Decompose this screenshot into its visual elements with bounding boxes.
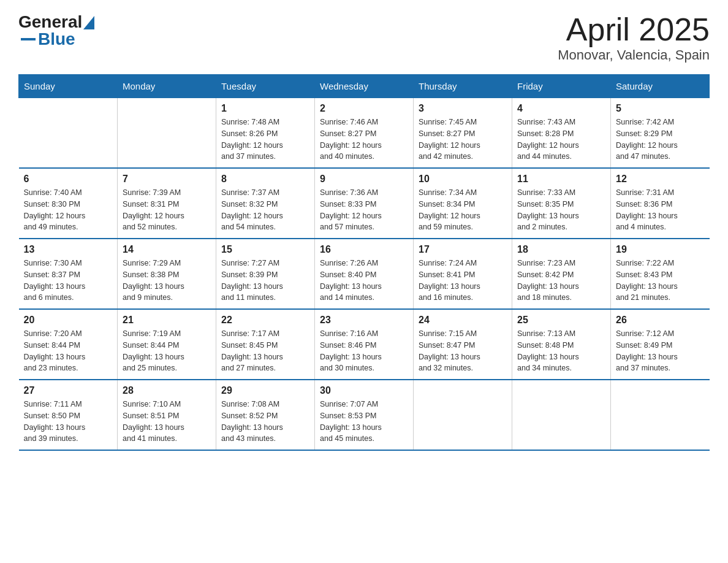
- day-number: 14: [123, 244, 211, 255]
- calendar-cell: [118, 98, 216, 169]
- day-number: 2: [320, 103, 408, 114]
- day-number: 24: [419, 315, 507, 326]
- day-number: 30: [320, 385, 408, 396]
- title-block: April 2025 Monovar, Valencia, Spain: [558, 12, 710, 63]
- calendar-cell: 20Sunrise: 7:20 AM Sunset: 8:44 PM Dayli…: [19, 309, 118, 380]
- day-info: Sunrise: 7:11 AM Sunset: 8:50 PM Dayligh…: [24, 399, 113, 445]
- logo: General Blue: [18, 12, 94, 49]
- day-info: Sunrise: 7:12 AM Sunset: 8:49 PM Dayligh…: [616, 328, 705, 374]
- day-info: Sunrise: 7:26 AM Sunset: 8:40 PM Dayligh…: [320, 258, 408, 304]
- calendar-cell: 29Sunrise: 7:08 AM Sunset: 8:52 PM Dayli…: [216, 380, 315, 450]
- day-number: 19: [616, 244, 705, 255]
- day-info: Sunrise: 7:45 AM Sunset: 8:27 PM Dayligh…: [419, 117, 507, 163]
- calendar-cell: 3Sunrise: 7:45 AM Sunset: 8:27 PM Daylig…: [414, 98, 512, 169]
- day-info: Sunrise: 7:43 AM Sunset: 8:28 PM Dayligh…: [517, 117, 605, 163]
- day-info: Sunrise: 7:37 AM Sunset: 8:32 PM Dayligh…: [221, 187, 309, 233]
- day-info: Sunrise: 7:07 AM Sunset: 8:53 PM Dayligh…: [320, 399, 408, 445]
- day-number: 17: [419, 244, 507, 255]
- page-header: General Blue April 2025 Monovar, Valenci…: [18, 12, 710, 63]
- calendar-cell: 6Sunrise: 7:40 AM Sunset: 8:30 PM Daylig…: [19, 168, 118, 239]
- day-number: 27: [24, 385, 113, 396]
- day-number: 9: [320, 174, 408, 185]
- calendar-cell: 4Sunrise: 7:43 AM Sunset: 8:28 PM Daylig…: [512, 98, 611, 169]
- day-info: Sunrise: 7:36 AM Sunset: 8:33 PM Dayligh…: [320, 187, 408, 233]
- day-info: Sunrise: 7:23 AM Sunset: 8:42 PM Dayligh…: [517, 258, 605, 304]
- svg-rect-1: [21, 38, 36, 40]
- day-number: 15: [221, 244, 309, 255]
- svg-marker-0: [83, 16, 94, 29]
- day-info: Sunrise: 7:17 AM Sunset: 8:45 PM Dayligh…: [221, 328, 309, 374]
- day-number: 26: [616, 315, 705, 326]
- calendar-header-row: SundayMondayTuesdayWednesdayThursdayFrid…: [19, 75, 710, 98]
- day-info: Sunrise: 7:29 AM Sunset: 8:38 PM Dayligh…: [123, 258, 211, 304]
- day-header-saturday: Saturday: [611, 75, 710, 98]
- logo-triangle-icon: [83, 16, 94, 29]
- day-number: 28: [123, 385, 211, 396]
- day-number: 8: [221, 174, 309, 185]
- day-header-friday: Friday: [512, 75, 611, 98]
- calendar-cell: 23Sunrise: 7:16 AM Sunset: 8:46 PM Dayli…: [315, 309, 414, 380]
- day-info: Sunrise: 7:33 AM Sunset: 8:35 PM Dayligh…: [517, 187, 605, 233]
- day-info: Sunrise: 7:13 AM Sunset: 8:48 PM Dayligh…: [517, 328, 605, 374]
- page-subtitle: Monovar, Valencia, Spain: [558, 47, 710, 63]
- calendar-week-row: 6Sunrise: 7:40 AM Sunset: 8:30 PM Daylig…: [19, 168, 710, 239]
- day-info: Sunrise: 7:10 AM Sunset: 8:51 PM Dayligh…: [123, 399, 211, 445]
- day-number: 11: [517, 174, 605, 185]
- calendar-cell: 8Sunrise: 7:37 AM Sunset: 8:32 PM Daylig…: [216, 168, 315, 239]
- calendar-cell: 2Sunrise: 7:46 AM Sunset: 8:27 PM Daylig…: [315, 98, 414, 169]
- day-number: 12: [616, 174, 705, 185]
- calendar-cell: [512, 380, 611, 450]
- calendar-cell: 28Sunrise: 7:10 AM Sunset: 8:51 PM Dayli…: [118, 380, 216, 450]
- day-number: 29: [221, 385, 309, 396]
- calendar-cell: 25Sunrise: 7:13 AM Sunset: 8:48 PM Dayli…: [512, 309, 611, 380]
- calendar-cell: 30Sunrise: 7:07 AM Sunset: 8:53 PM Dayli…: [315, 380, 414, 450]
- calendar-cell: 22Sunrise: 7:17 AM Sunset: 8:45 PM Dayli…: [216, 309, 315, 380]
- day-header-sunday: Sunday: [19, 75, 118, 98]
- calendar-cell: 1Sunrise: 7:48 AM Sunset: 8:26 PM Daylig…: [216, 98, 315, 169]
- day-header-monday: Monday: [118, 75, 216, 98]
- calendar-cell: 11Sunrise: 7:33 AM Sunset: 8:35 PM Dayli…: [512, 168, 611, 239]
- calendar-cell: 15Sunrise: 7:27 AM Sunset: 8:39 PM Dayli…: [216, 239, 315, 309]
- day-number: 10: [419, 174, 507, 185]
- day-number: 21: [123, 315, 211, 326]
- day-info: Sunrise: 7:16 AM Sunset: 8:46 PM Dayligh…: [320, 328, 408, 374]
- calendar-cell: 13Sunrise: 7:30 AM Sunset: 8:37 PM Dayli…: [19, 239, 118, 309]
- calendar-cell: 18Sunrise: 7:23 AM Sunset: 8:42 PM Dayli…: [512, 239, 611, 309]
- day-info: Sunrise: 7:27 AM Sunset: 8:39 PM Dayligh…: [221, 258, 309, 304]
- page-title: April 2025: [558, 12, 710, 47]
- day-number: 20: [24, 315, 113, 326]
- calendar-cell: 10Sunrise: 7:34 AM Sunset: 8:34 PM Dayli…: [414, 168, 512, 239]
- calendar-cell: [611, 380, 710, 450]
- calendar-cell: 27Sunrise: 7:11 AM Sunset: 8:50 PM Dayli…: [19, 380, 118, 450]
- day-number: 7: [123, 174, 211, 185]
- calendar-cell: 24Sunrise: 7:15 AM Sunset: 8:47 PM Dayli…: [414, 309, 512, 380]
- calendar-cell: [19, 98, 118, 169]
- calendar-cell: 26Sunrise: 7:12 AM Sunset: 8:49 PM Dayli…: [611, 309, 710, 380]
- day-number: 13: [24, 244, 113, 255]
- day-number: 16: [320, 244, 408, 255]
- calendar-cell: 16Sunrise: 7:26 AM Sunset: 8:40 PM Dayli…: [315, 239, 414, 309]
- day-info: Sunrise: 7:46 AM Sunset: 8:27 PM Dayligh…: [320, 117, 408, 163]
- calendar-cell: 9Sunrise: 7:36 AM Sunset: 8:33 PM Daylig…: [315, 168, 414, 239]
- calendar-week-row: 13Sunrise: 7:30 AM Sunset: 8:37 PM Dayli…: [19, 239, 710, 309]
- day-number: 22: [221, 315, 309, 326]
- logo-underline-icon: [21, 38, 36, 40]
- logo-blue-text: Blue: [38, 29, 75, 49]
- day-info: Sunrise: 7:24 AM Sunset: 8:41 PM Dayligh…: [419, 258, 507, 304]
- calendar-week-row: 1Sunrise: 7:48 AM Sunset: 8:26 PM Daylig…: [19, 98, 710, 169]
- calendar-cell: 12Sunrise: 7:31 AM Sunset: 8:36 PM Dayli…: [611, 168, 710, 239]
- calendar-cell: [414, 380, 512, 450]
- calendar-cell: 21Sunrise: 7:19 AM Sunset: 8:44 PM Dayli…: [118, 309, 216, 380]
- day-header-wednesday: Wednesday: [315, 75, 414, 98]
- day-number: 25: [517, 315, 605, 326]
- day-info: Sunrise: 7:15 AM Sunset: 8:47 PM Dayligh…: [419, 328, 507, 374]
- day-info: Sunrise: 7:42 AM Sunset: 8:29 PM Dayligh…: [616, 117, 705, 163]
- calendar-cell: 7Sunrise: 7:39 AM Sunset: 8:31 PM Daylig…: [118, 168, 216, 239]
- day-info: Sunrise: 7:34 AM Sunset: 8:34 PM Dayligh…: [419, 187, 507, 233]
- day-info: Sunrise: 7:39 AM Sunset: 8:31 PM Dayligh…: [123, 187, 211, 233]
- day-info: Sunrise: 7:08 AM Sunset: 8:52 PM Dayligh…: [221, 399, 309, 445]
- calendar-cell: 19Sunrise: 7:22 AM Sunset: 8:43 PM Dayli…: [611, 239, 710, 309]
- day-number: 23: [320, 315, 408, 326]
- day-number: 1: [221, 103, 309, 114]
- day-info: Sunrise: 7:31 AM Sunset: 8:36 PM Dayligh…: [616, 187, 705, 233]
